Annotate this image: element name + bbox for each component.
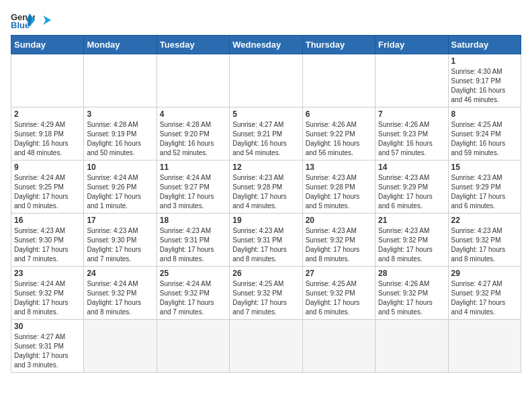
date-number: 1 <box>451 56 518 66</box>
day-sun-info: Sunrise: 4:24 AM Sunset: 9:32 PM Dayligh… <box>160 279 226 317</box>
calendar-table: SundayMondayTuesdayWednesdayThursdayFrid… <box>11 35 521 373</box>
calendar-cell <box>84 54 157 107</box>
day-header-monday: Monday <box>84 36 157 54</box>
day-sun-info: Sunrise: 4:27 AM Sunset: 9:21 PM Dayligh… <box>232 120 299 158</box>
calendar-cell: 11Sunrise: 4:24 AM Sunset: 9:27 PM Dayli… <box>157 161 229 214</box>
calendar-cell: 17Sunrise: 4:23 AM Sunset: 9:30 PM Dayli… <box>84 214 157 267</box>
date-number: 11 <box>160 163 226 172</box>
date-number: 4 <box>160 109 226 119</box>
date-number: 14 <box>378 163 445 172</box>
date-number: 16 <box>14 216 81 225</box>
day-header-wednesday: Wednesday <box>230 36 302 54</box>
day-sun-info: Sunrise: 4:25 AM Sunset: 9:32 PM Dayligh… <box>232 279 299 317</box>
calendar-cell: 6Sunrise: 4:26 AM Sunset: 9:22 PM Daylig… <box>302 107 375 161</box>
day-sun-info: Sunrise: 4:23 AM Sunset: 9:29 PM Dayligh… <box>378 173 445 211</box>
date-number: 15 <box>451 163 518 172</box>
day-sun-info: Sunrise: 4:25 AM Sunset: 9:24 PM Dayligh… <box>451 120 518 158</box>
week-row-5: 23Sunrise: 4:24 AM Sunset: 9:32 PM Dayli… <box>11 267 521 320</box>
calendar-cell <box>230 320 302 373</box>
day-header-tuesday: Tuesday <box>157 36 229 54</box>
calendar-cell: 1Sunrise: 4:30 AM Sunset: 9:17 PM Daylig… <box>448 54 521 107</box>
calendar-cell <box>375 54 448 107</box>
day-sun-info: Sunrise: 4:28 AM Sunset: 9:20 PM Dayligh… <box>160 120 226 158</box>
calendar-cell: 5Sunrise: 4:27 AM Sunset: 9:21 PM Daylig… <box>230 107 302 161</box>
date-number: 3 <box>87 109 153 119</box>
calendar-cell <box>230 54 302 107</box>
calendar-cell: 24Sunrise: 4:24 AM Sunset: 9:32 PM Dayli… <box>84 267 157 320</box>
date-number: 18 <box>160 216 226 225</box>
week-row-4: 16Sunrise: 4:23 AM Sunset: 9:30 PM Dayli… <box>11 214 521 267</box>
calendar-cell: 7Sunrise: 4:26 AM Sunset: 9:23 PM Daylig… <box>375 107 448 161</box>
calendar-cell <box>302 54 375 107</box>
date-number: 27 <box>306 269 372 278</box>
calendar-header-row: SundayMondayTuesdayWednesdayThursdayFrid… <box>11 36 521 54</box>
day-sun-info: Sunrise: 4:24 AM Sunset: 9:27 PM Dayligh… <box>160 173 226 211</box>
day-header-thursday: Thursday <box>302 36 375 54</box>
calendar-cell: 16Sunrise: 4:23 AM Sunset: 9:30 PM Dayli… <box>11 214 84 267</box>
date-number: 29 <box>451 269 518 278</box>
week-row-3: 9Sunrise: 4:24 AM Sunset: 9:25 PM Daylig… <box>11 161 521 214</box>
day-sun-info: Sunrise: 4:28 AM Sunset: 9:19 PM Dayligh… <box>87 120 153 158</box>
day-sun-info: Sunrise: 4:23 AM Sunset: 9:30 PM Dayligh… <box>87 226 153 264</box>
calendar-cell: 22Sunrise: 4:23 AM Sunset: 9:32 PM Dayli… <box>448 214 521 267</box>
date-number: 21 <box>378 216 445 225</box>
calendar-cell: 8Sunrise: 4:25 AM Sunset: 9:24 PM Daylig… <box>448 107 521 161</box>
day-sun-info: Sunrise: 4:26 AM Sunset: 9:23 PM Dayligh… <box>378 120 445 158</box>
calendar-cell: 13Sunrise: 4:23 AM Sunset: 9:28 PM Dayli… <box>302 161 375 214</box>
date-number: 28 <box>378 269 445 278</box>
calendar-cell: 20Sunrise: 4:23 AM Sunset: 9:32 PM Dayli… <box>302 214 375 267</box>
date-number: 17 <box>87 216 153 225</box>
calendar-cell: 25Sunrise: 4:24 AM Sunset: 9:32 PM Dayli… <box>157 267 229 320</box>
day-sun-info: Sunrise: 4:24 AM Sunset: 9:25 PM Dayligh… <box>14 173 81 211</box>
day-header-sunday: Sunday <box>11 36 84 54</box>
calendar-cell: 9Sunrise: 4:24 AM Sunset: 9:25 PM Daylig… <box>11 161 84 214</box>
date-number: 20 <box>306 216 372 225</box>
day-sun-info: Sunrise: 4:27 AM Sunset: 9:32 PM Dayligh… <box>451 279 518 317</box>
day-sun-info: Sunrise: 4:23 AM Sunset: 9:29 PM Dayligh… <box>451 173 518 211</box>
date-number: 8 <box>451 109 518 119</box>
day-sun-info: Sunrise: 4:23 AM Sunset: 9:32 PM Dayligh… <box>306 226 372 264</box>
day-sun-info: Sunrise: 4:27 AM Sunset: 9:31 PM Dayligh… <box>14 332 81 370</box>
day-sun-info: Sunrise: 4:30 AM Sunset: 9:17 PM Dayligh… <box>451 67 518 105</box>
week-row-2: 2Sunrise: 4:29 AM Sunset: 9:18 PM Daylig… <box>11 107 521 161</box>
day-sun-info: Sunrise: 4:24 AM Sunset: 9:32 PM Dayligh… <box>14 279 81 317</box>
calendar-cell: 3Sunrise: 4:28 AM Sunset: 9:19 PM Daylig… <box>84 107 157 161</box>
day-sun-info: Sunrise: 4:25 AM Sunset: 9:32 PM Dayligh… <box>306 279 372 317</box>
day-header-saturday: Saturday <box>448 36 521 54</box>
date-number: 13 <box>306 163 372 172</box>
date-number: 12 <box>232 163 299 172</box>
calendar-cell: 14Sunrise: 4:23 AM Sunset: 9:29 PM Dayli… <box>375 161 448 214</box>
header: General Blue <box>11 11 521 30</box>
logo-icon: General Blue <box>11 11 35 30</box>
date-number: 23 <box>14 269 81 278</box>
date-number: 6 <box>306 109 372 119</box>
svg-marker-4 <box>43 15 51 25</box>
day-header-friday: Friday <box>375 36 448 54</box>
day-sun-info: Sunrise: 4:24 AM Sunset: 9:32 PM Dayligh… <box>87 279 153 317</box>
calendar-cell <box>11 54 84 107</box>
calendar-cell: 18Sunrise: 4:23 AM Sunset: 9:31 PM Dayli… <box>157 214 229 267</box>
date-number: 25 <box>160 269 226 278</box>
calendar-cell <box>375 320 448 373</box>
calendar-cell: 26Sunrise: 4:25 AM Sunset: 9:32 PM Dayli… <box>230 267 302 320</box>
blue-arrow-icon <box>42 13 55 27</box>
day-sun-info: Sunrise: 4:24 AM Sunset: 9:26 PM Dayligh… <box>87 173 153 211</box>
calendar-cell: 28Sunrise: 4:26 AM Sunset: 9:32 PM Dayli… <box>375 267 448 320</box>
day-sun-info: Sunrise: 4:23 AM Sunset: 9:28 PM Dayligh… <box>306 173 372 211</box>
date-number: 10 <box>87 163 153 172</box>
logo: General Blue <box>11 11 55 30</box>
calendar-cell <box>302 320 375 373</box>
day-sun-info: Sunrise: 4:23 AM Sunset: 9:28 PM Dayligh… <box>232 173 299 211</box>
week-row-1: 1Sunrise: 4:30 AM Sunset: 9:17 PM Daylig… <box>11 54 521 107</box>
date-number: 22 <box>451 216 518 225</box>
date-number: 30 <box>14 322 81 331</box>
calendar-cell <box>157 54 229 107</box>
day-sun-info: Sunrise: 4:26 AM Sunset: 9:32 PM Dayligh… <box>378 279 445 317</box>
day-sun-info: Sunrise: 4:29 AM Sunset: 9:18 PM Dayligh… <box>14 120 81 158</box>
calendar-cell: 10Sunrise: 4:24 AM Sunset: 9:26 PM Dayli… <box>84 161 157 214</box>
calendar-cell: 21Sunrise: 4:23 AM Sunset: 9:32 PM Dayli… <box>375 214 448 267</box>
date-number: 9 <box>14 163 81 172</box>
calendar-cell: 12Sunrise: 4:23 AM Sunset: 9:28 PM Dayli… <box>230 161 302 214</box>
calendar-cell <box>157 320 229 373</box>
day-sun-info: Sunrise: 4:23 AM Sunset: 9:32 PM Dayligh… <box>378 226 445 264</box>
